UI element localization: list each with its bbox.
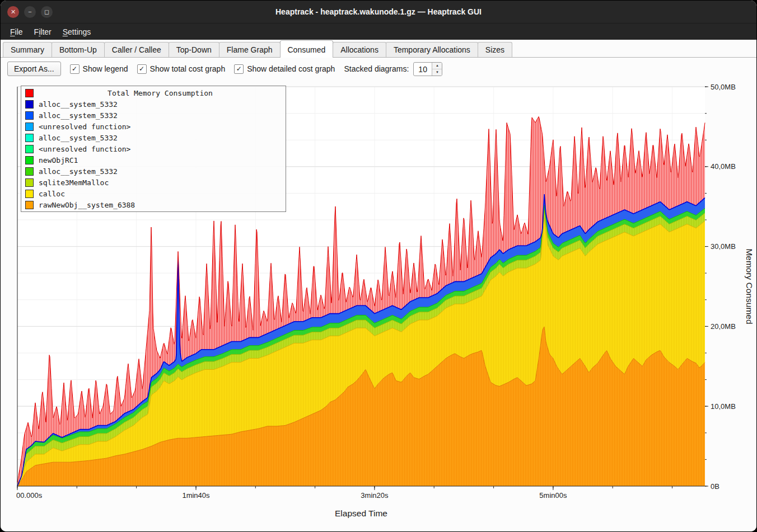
tab-flame-graph[interactable]: Flame Graph <box>219 42 281 57</box>
toolbar-checkboxes: ✓Show legend✓Show total cost graph✓Show … <box>70 64 335 74</box>
legend-swatch <box>25 145 34 153</box>
legend-swatch <box>25 111 34 120</box>
legend-swatch <box>25 167 34 176</box>
stacked-diagrams-spinbox[interactable]: 10 ▲ ▼ <box>413 62 442 76</box>
tab-temporary-allocations[interactable]: Temporary Allocations <box>386 42 478 57</box>
legend-items: alloc__system_5332alloc__system_5332<unr… <box>21 98 286 210</box>
legend-item: alloc__system_5332 <box>21 132 286 143</box>
svg-text:3min20s: 3min20s <box>361 491 389 500</box>
legend-swatch <box>25 201 34 209</box>
legend-item: <unresolved function> <box>21 143 286 154</box>
legend-item-label: calloc <box>39 190 65 198</box>
tab-consumed[interactable]: Consumed <box>280 40 334 58</box>
legend-swatch <box>25 100 34 109</box>
tab-summary[interactable]: Summary <box>3 42 52 57</box>
title-bar: ✕ − ◻ Heaptrack - heaptrack.wakunode.1.g… <box>1 1 756 23</box>
minimize-button[interactable]: − <box>24 6 36 18</box>
legend-item: rawNewObj__system_6388 <box>21 199 286 210</box>
legend-swatch <box>25 123 34 131</box>
svg-text:50,0MB: 50,0MB <box>711 83 736 91</box>
tab-top-down[interactable]: Top-Down <box>169 42 219 57</box>
svg-text:00.000s: 00.000s <box>16 491 43 500</box>
tab-sizes[interactable]: Sizes <box>478 42 512 57</box>
legend-item-label: <unresolved function> <box>39 145 130 153</box>
svg-text:40,0MB: 40,0MB <box>711 162 736 171</box>
tab-allocations[interactable]: Allocations <box>333 42 386 57</box>
legend-title-swatch <box>25 89 34 97</box>
checkbox-check-icon: ✓ <box>234 64 244 74</box>
stacked-diagrams-label: Stacked diagrams: <box>344 64 409 73</box>
svg-text:10,0MB: 10,0MB <box>711 402 736 411</box>
legend-item-label: newObjRC1 <box>39 156 78 164</box>
legend-item: alloc__system_5332 <box>21 110 286 121</box>
legend-item-label: <unresolved function> <box>39 123 130 131</box>
menu-file[interactable]: File <box>5 26 28 38</box>
checkbox-label: Show detailed cost graph <box>247 64 335 73</box>
maximize-button[interactable]: ◻ <box>41 6 53 18</box>
checkbox-show-total-cost-graph[interactable]: ✓Show total cost graph <box>137 64 226 74</box>
checkbox-label: Show legend <box>83 64 128 73</box>
legend-swatch <box>25 178 34 187</box>
window-title: Heaptrack - heaptrack.wakunode.1.gz — He… <box>1 7 756 16</box>
toolbar: Export As... ✓Show legend✓Show total cos… <box>1 58 756 80</box>
legend-item-label: alloc__system_5332 <box>39 167 118 176</box>
legend-item: alloc__system_5332 <box>21 166 286 177</box>
chart-area: 00.000s1min40s3min20s5min00s0B10,0MB20,0… <box>1 80 756 531</box>
checkbox-check-icon: ✓ <box>70 64 80 74</box>
app-window: ✕ − ◻ Heaptrack - heaptrack.wakunode.1.g… <box>1 1 756 531</box>
legend-item: calloc <box>21 188 286 199</box>
svg-text:30,0MB: 30,0MB <box>711 242 736 251</box>
tab-bar: SummaryBottom-UpCaller / CalleeTop-DownF… <box>1 40 756 58</box>
legend-item-label: alloc__system_5332 <box>39 134 118 142</box>
legend-item-label: alloc__system_5332 <box>39 111 118 120</box>
stacked-diagrams-value: 10 <box>414 63 432 76</box>
legend-item: <unresolved function> <box>21 121 286 132</box>
legend-title-row: Total Memory Consumption <box>21 87 286 98</box>
legend-item-label: alloc__system_5332 <box>39 100 118 109</box>
legend-item: sqlite3MemMalloc <box>21 177 286 188</box>
menu-filter[interactable]: Filter <box>29 26 57 38</box>
legend-swatch <box>25 156 34 164</box>
tab-bottom-up[interactable]: Bottom-Up <box>52 42 105 57</box>
stacked-diagrams-control: Stacked diagrams: 10 ▲ ▼ <box>344 62 442 76</box>
chart-legend: Total Memory Consumption alloc__system_5… <box>21 86 286 212</box>
legend-swatch <box>25 134 34 142</box>
spin-buttons: ▲ ▼ <box>432 63 442 76</box>
close-button[interactable]: ✕ <box>7 6 19 18</box>
checkbox-show-detailed-cost-graph[interactable]: ✓Show detailed cost graph <box>234 64 335 74</box>
svg-text:0B: 0B <box>711 482 719 491</box>
export-as-button[interactable]: Export As... <box>7 62 61 76</box>
menu-bar: FileFilterSettings <box>1 23 756 40</box>
checkbox-check-icon: ✓ <box>137 64 147 74</box>
svg-text:Memory Consumed: Memory Consumed <box>745 248 754 324</box>
legend-item: alloc__system_5332 <box>21 98 286 110</box>
tab-caller-callee[interactable]: Caller / Callee <box>104 42 169 57</box>
checkbox-show-legend[interactable]: ✓Show legend <box>70 64 128 74</box>
svg-text:1min40s: 1min40s <box>182 491 210 500</box>
menu-settings[interactable]: Settings <box>58 26 96 38</box>
legend-item: newObjRC1 <box>21 154 286 166</box>
legend-title: Total Memory Consumption <box>39 89 282 97</box>
window-controls: ✕ − ◻ <box>1 6 53 18</box>
spin-up-icon[interactable]: ▲ <box>432 63 442 69</box>
legend-swatch <box>25 190 34 198</box>
svg-text:Elapsed Time: Elapsed Time <box>335 509 387 518</box>
legend-item-label: sqlite3MemMalloc <box>39 178 109 187</box>
svg-text:5min00s: 5min00s <box>539 491 567 500</box>
spin-down-icon[interactable]: ▼ <box>432 69 442 76</box>
checkbox-label: Show total cost graph <box>150 64 226 73</box>
svg-text:20,0MB: 20,0MB <box>711 322 736 331</box>
legend-item-label: rawNewObj__system_6388 <box>39 201 135 209</box>
